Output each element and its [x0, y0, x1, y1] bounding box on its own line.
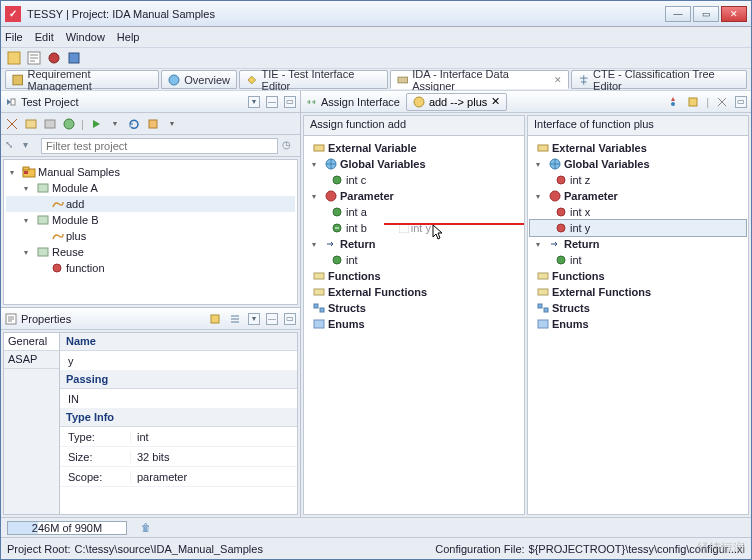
properties-tool-icon[interactable] [228, 312, 242, 326]
tree-item[interactable]: External Functions [328, 286, 427, 298]
memory-text: 246M of 990M [32, 522, 102, 534]
tool-icon[interactable] [24, 117, 38, 131]
tool-icon[interactable] [146, 117, 160, 131]
play-button[interactable] [89, 117, 103, 131]
tree-item[interactable]: Functions [552, 270, 605, 282]
collapse-icon[interactable]: ⤡ [5, 139, 19, 153]
properties-tab-general[interactable]: General [4, 333, 59, 351]
tree-item-inty[interactable]: int y [570, 222, 590, 234]
dropdown-icon[interactable]: ▼ [165, 117, 179, 131]
tree-item[interactable]: Structs [552, 302, 590, 314]
tab-label: CTE - Classification Tree Editor [593, 68, 740, 92]
tree-item[interactable]: Structs [328, 302, 366, 314]
tool-icon[interactable] [5, 117, 19, 131]
assign-interface-header: Assign Interface add --> plus ✕ | ▭ [301, 91, 751, 113]
toolbar-icon-4[interactable] [67, 51, 81, 65]
minimize-view-button[interactable]: — [266, 313, 278, 325]
toolbar-icon-2[interactable] [27, 51, 41, 65]
tree-item[interactable]: Enums [552, 318, 589, 330]
assign-panes: Assign function add External Variable ▾G… [303, 115, 749, 515]
tab-label: Overview [184, 74, 230, 86]
tab-overview[interactable]: Overview [161, 70, 237, 89]
tree-item[interactable]: int [346, 254, 358, 266]
svg-rect-9 [45, 120, 55, 128]
tree-item[interactable]: Module B [52, 214, 98, 226]
maximize-view-button[interactable]: ▭ [284, 313, 296, 325]
tree-item[interactable]: External Variable [328, 142, 417, 154]
toolbar-icon-1[interactable] [7, 51, 21, 65]
tool-icon[interactable] [666, 95, 680, 109]
tree-item[interactable]: Manual Samples [38, 166, 120, 178]
tool-icon[interactable] [43, 117, 57, 131]
minimize-view-button[interactable]: — [266, 96, 278, 108]
properties-tool-icon[interactable] [208, 312, 222, 326]
tab-requirement-management[interactable]: Requirement Management [5, 70, 159, 89]
tab-tie[interactable]: TIE - Test Interface Editor [239, 70, 388, 89]
tree-item[interactable]: Parameter [564, 190, 618, 202]
tree-item[interactable]: External Variables [552, 142, 647, 154]
svg-rect-46 [538, 289, 548, 295]
tree-item[interactable]: int a [346, 206, 367, 218]
properties-tab-asap[interactable]: ASAP [4, 351, 59, 369]
dropdown-icon[interactable]: ▾ [23, 139, 37, 153]
svg-point-40 [557, 176, 565, 184]
prop-size-label: Size: [60, 451, 130, 463]
menu-edit[interactable]: Edit [35, 31, 54, 43]
view-menu-icon[interactable]: ▾ [248, 313, 260, 325]
tree-item[interactable]: Return [340, 238, 375, 250]
svg-rect-15 [38, 184, 48, 192]
tree-item[interactable]: Reuse [52, 246, 84, 258]
enum-icon [536, 318, 550, 330]
trash-icon[interactable]: 🗑 [139, 521, 153, 535]
svg-rect-24 [314, 145, 324, 151]
maximize-button[interactable]: ▭ [693, 6, 719, 22]
tab-cte[interactable]: CTE - Classification Tree Editor [571, 70, 747, 89]
config-file-label: Configuration File: [435, 543, 524, 555]
category-icon [312, 142, 326, 154]
assign-right-header: Interface of function plus [528, 116, 748, 136]
toolbar-icon-3[interactable] [47, 51, 61, 65]
assign-right-tree[interactable]: External Variables ▾Global Variables int… [528, 136, 748, 514]
tree-item[interactable]: function [66, 262, 105, 274]
tree-item[interactable]: Module A [52, 182, 98, 194]
menu-window[interactable]: Window [66, 31, 105, 43]
breadcrumb[interactable]: add --> plus ✕ [406, 93, 507, 111]
tree-item[interactable]: Functions [328, 270, 381, 282]
tree-item[interactable]: int x [570, 206, 590, 218]
svg-rect-32 [314, 273, 324, 279]
prop-section-typeinfo: Type Info [60, 409, 297, 427]
tab-ida[interactable]: IDA - Interface Data Assigner ✕ [390, 70, 569, 89]
assign-left-tree[interactable]: External Variable ▾Global Variables int … [304, 136, 524, 514]
menu-help[interactable]: Help [117, 31, 140, 43]
refresh-button[interactable] [127, 117, 141, 131]
tree-item[interactable]: External Functions [552, 286, 651, 298]
tool-icon[interactable] [62, 117, 76, 131]
view-menu-icon[interactable]: ▾ [248, 96, 260, 108]
test-project-tree[interactable]: ▾Manual Samples ▾Module A add ▾Module B … [3, 159, 298, 305]
minimize-button[interactable]: — [665, 6, 691, 22]
tree-item[interactable]: Enums [328, 318, 365, 330]
maximize-view-button[interactable]: ▭ [284, 96, 296, 108]
maximize-view-button[interactable]: ▭ [735, 96, 747, 108]
tree-item[interactable]: plus [66, 230, 86, 242]
tree-item[interactable]: Global Variables [564, 158, 650, 170]
tool-icon[interactable] [715, 95, 729, 109]
breadcrumb-close-icon[interactable]: ✕ [491, 95, 500, 108]
clear-filter-icon[interactable]: ◷ [282, 139, 296, 153]
close-button[interactable]: ✕ [721, 6, 747, 22]
tree-item[interactable]: int z [570, 174, 590, 186]
filter-input[interactable] [41, 138, 278, 154]
tree-item-add[interactable]: add [66, 198, 84, 210]
tree-item-intb[interactable]: int b [346, 222, 367, 234]
tree-item[interactable]: Global Variables [340, 158, 426, 170]
tree-item[interactable]: Return [564, 238, 599, 250]
svg-point-31 [333, 256, 341, 264]
menu-file[interactable]: File [5, 31, 23, 43]
dropdown-icon[interactable]: ▼ [108, 117, 122, 131]
tool-icon[interactable] [686, 95, 700, 109]
tree-item[interactable]: Parameter [340, 190, 394, 202]
svg-rect-13 [23, 167, 29, 170]
tab-close-icon[interactable]: ✕ [554, 75, 562, 85]
tree-item[interactable]: int c [346, 174, 366, 186]
tree-item[interactable]: int [570, 254, 582, 266]
